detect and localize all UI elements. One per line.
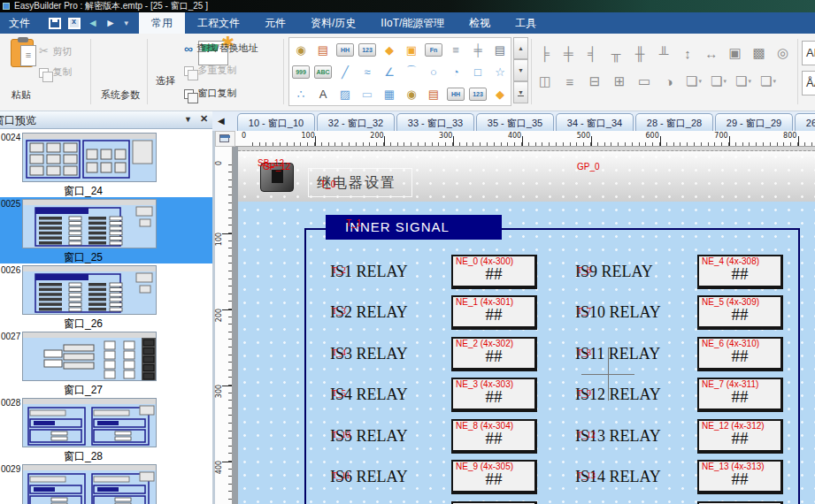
font-name-button[interactable]: Ah: [802, 41, 815, 65]
multi-state-icon[interactable]: ≡: [445, 39, 466, 60]
numeric-field-IS1[interactable]: NE_0 (4x-300)##: [451, 255, 537, 289]
panel-close-icon[interactable]: ✕: [200, 113, 208, 125]
find-replace-button[interactable]: ∞ 查找/替换地址: [184, 41, 258, 57]
document-tab-6[interactable]: 28 - 窗口_28: [635, 113, 713, 131]
set-bit2-icon[interactable]: HH: [445, 83, 466, 104]
copy-button[interactable]: 复制: [39, 65, 72, 81]
system-parameters-button[interactable]: ✱ 系统参数: [96, 34, 145, 111]
layer-front-icon[interactable]: ❏▾: [683, 71, 704, 92]
freeform-line-icon[interactable]: ≈: [357, 61, 378, 82]
window-list-item-窗口_28[interactable]: 0028窗口_28: [0, 396, 212, 462]
multi-copy-button[interactable]: 多重复制: [184, 64, 236, 80]
same-height-icon[interactable]: ⊞: [609, 71, 630, 92]
slider-icon[interactable]: ╪: [467, 39, 488, 60]
menu-tab-7[interactable]: 工具: [503, 12, 549, 34]
numeric-icon[interactable]: 999: [290, 61, 311, 82]
option-list-icon[interactable]: ▤: [489, 39, 511, 60]
distribute-h-icon[interactable]: ◫: [534, 71, 556, 92]
window-list-item-窗口_24[interactable]: 0024窗口_24: [0, 131, 212, 197]
layer-back-icon[interactable]: ❏▾: [757, 71, 779, 92]
numeric-field-IS2[interactable]: NE_1 (4x-301)##: [451, 295, 537, 330]
window-thumbnail[interactable]: [22, 265, 157, 315]
menu-file[interactable]: 文件: [9, 12, 30, 34]
group-icon[interactable]: ▣: [725, 42, 745, 64]
layer-down-icon-dropdown[interactable]: ▾: [748, 78, 751, 85]
picture-icon[interactable]: ▨: [334, 83, 356, 104]
align-bottom-icon[interactable]: ╨: [654, 42, 674, 64]
bit-lamp2-icon[interactable]: ◉: [401, 83, 422, 104]
menu-tab-5[interactable]: IIoT/能源管理: [368, 12, 457, 34]
toggle-switch-icon[interactable]: ▣: [401, 39, 422, 60]
window-list-item-窗口_26[interactable]: 0026窗口_26: [0, 263, 212, 330]
pin-icon[interactable]: ◎: [773, 42, 793, 64]
fn-key-icon[interactable]: Fn: [423, 39, 444, 60]
numeric-field-IS10[interactable]: NE_5 (4x-309)##: [697, 295, 783, 330]
align-middle-icon[interactable]: ╫: [630, 42, 650, 64]
document-tab-7[interactable]: 29 - 窗口_29: [715, 113, 793, 131]
window-thumbnail[interactable]: [22, 199, 157, 248]
window-thumbnail[interactable]: [22, 332, 157, 381]
numeric-field-IS5[interactable]: NE_8 (4x-304)##: [451, 419, 537, 454]
align-top-icon[interactable]: ╥: [606, 42, 627, 64]
more-icon[interactable]: ▼: [123, 18, 130, 29]
function-key-icon[interactable]: ◆: [379, 39, 400, 60]
set-bit-icon[interactable]: HH: [334, 39, 356, 60]
distribute-v-icon[interactable]: ≡: [559, 71, 580, 92]
document-tab-8[interactable]: 26 - 窗口_26: [795, 113, 815, 131]
align-center-icon[interactable]: ╪: [558, 42, 579, 64]
layer-down-icon[interactable]: ❏▾: [733, 71, 754, 92]
word-lamp2-icon[interactable]: ▤: [423, 83, 444, 104]
circle-icon[interactable]: ○: [423, 61, 444, 82]
panel-collapse-icon[interactable]: ▼: [184, 115, 192, 124]
redo-icon[interactable]: ►: [105, 18, 116, 29]
window-thumbnail[interactable]: [22, 133, 157, 182]
menu-tab-3[interactable]: 元件: [252, 12, 298, 34]
window-list-item-窗口_27[interactable]: 0027窗口_27: [0, 330, 212, 396]
menu-tab-6[interactable]: 检视: [457, 12, 503, 34]
menu-tab-2[interactable]: 工程文件: [185, 12, 252, 34]
numeric-field-IS6[interactable]: NE_9 (4x-305)##: [451, 460, 537, 494]
same-width-icon[interactable]: ⊟: [584, 71, 605, 92]
rectangle-icon[interactable]: □: [467, 61, 488, 82]
filled-rect-icon[interactable]: ▭: [357, 83, 378, 104]
numeric-field-IS13[interactable]: NE_12 (4x-312)##: [697, 419, 783, 454]
document-tab-2[interactable]: 32 - 窗口_32: [317, 113, 395, 131]
menu-tab-4[interactable]: 资料/历史: [298, 12, 368, 34]
paste-button[interactable]: 粘贴: [4, 34, 39, 111]
ascii-icon[interactable]: ABC: [312, 61, 334, 82]
cut-button[interactable]: ✂ 剪切: [39, 42, 72, 58]
ungroup-icon[interactable]: ▩: [749, 42, 769, 64]
numeric-field-IS3[interactable]: NE_2 (4x-302)##: [451, 337, 537, 371]
window-thumbnail[interactable]: [22, 464, 157, 504]
bit-lamp-icon[interactable]: ◉: [290, 39, 311, 60]
arc-icon[interactable]: ⌒: [401, 61, 422, 82]
document-tab-3[interactable]: 33 - 窗口_33: [396, 113, 474, 131]
align-left-icon[interactable]: ╞: [534, 42, 555, 64]
scatter-icon[interactable]: ∴: [290, 83, 311, 104]
layer-back-icon-dropdown[interactable]: ▾: [773, 78, 776, 85]
window-thumbnail[interactable]: [22, 398, 157, 447]
document-tab-4[interactable]: 35 - 窗口_35: [476, 113, 554, 131]
window-list-item-窗口_29[interactable]: 0029窗口_29: [0, 462, 212, 504]
text-icon[interactable]: A: [312, 83, 334, 104]
numeric-field-IS11[interactable]: NE_6 (4x-310)##: [697, 337, 783, 371]
star-icon[interactable]: ☆: [489, 61, 511, 82]
set-word2-icon[interactable]: 123: [467, 83, 488, 104]
fit-width-icon[interactable]: ↔: [701, 42, 721, 64]
palette-scroll-down[interactable]: ▼: [513, 59, 528, 81]
numeric-field-IS4[interactable]: NE_3 (4x-303)##: [451, 378, 537, 412]
rotate-icon[interactable]: ◑: [658, 71, 680, 92]
layer-up-icon[interactable]: ❏▾: [708, 71, 729, 92]
save-icon[interactable]: [49, 18, 61, 29]
menu-tab-1[interactable]: 常用: [139, 12, 185, 34]
numeric-field-IS9[interactable]: NE_4 (4x-308)##: [697, 255, 783, 289]
document-tab-5[interactable]: 34 - 窗口_34: [556, 113, 634, 131]
function-key2-icon[interactable]: ◆: [489, 83, 511, 104]
line-icon[interactable]: ╱: [334, 61, 356, 82]
same-size-icon[interactable]: ▭: [634, 71, 655, 92]
document-tab-1[interactable]: 10 - 窗口_10: [237, 113, 315, 131]
polyline-icon[interactable]: ∠: [379, 61, 400, 82]
numeric-field-IS14[interactable]: NE_13 (4x-313)##: [697, 460, 783, 494]
font-size-button[interactable]: ÅA: [802, 71, 815, 95]
layer-front-icon-dropdown[interactable]: ▾: [698, 78, 702, 85]
